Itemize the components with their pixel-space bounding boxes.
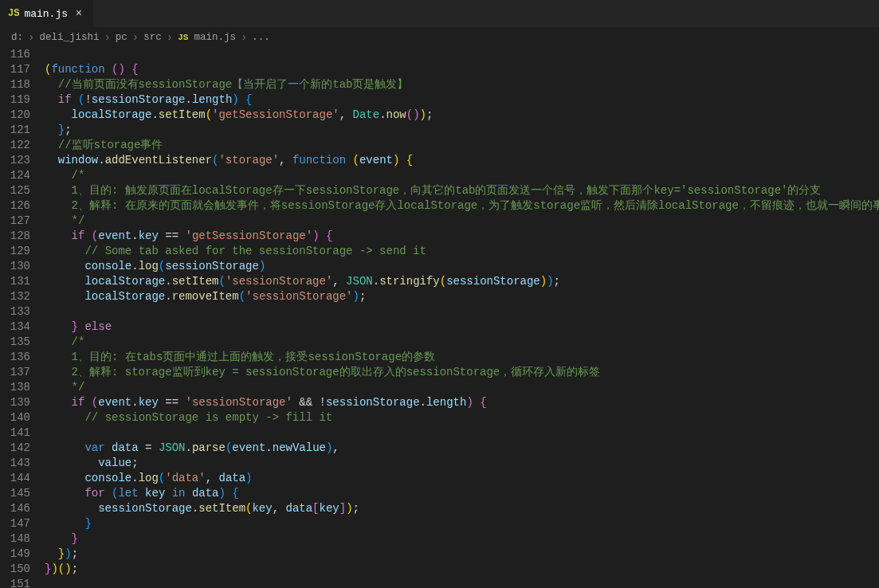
tab-main-js[interactable]: JS main.js × xyxy=(0,0,94,27)
code-line xyxy=(45,577,879,588)
line-number: 139 xyxy=(0,395,30,410)
code-line: 2、解释: storage监听到key = sessionStorage的取出存… xyxy=(45,365,879,380)
line-number: 138 xyxy=(0,380,30,395)
code-line: localStorage.setItem('getSessionStorage'… xyxy=(45,108,879,123)
js-file-icon: JS xyxy=(178,33,188,42)
tab-label: main.js xyxy=(24,8,68,20)
line-number: 137 xyxy=(0,365,30,380)
chevron-right-icon: › xyxy=(102,31,112,44)
code-line: (function () { xyxy=(45,62,879,77)
line-number: 125 xyxy=(0,183,30,198)
line-number: 119 xyxy=(0,92,30,108)
chevron-right-icon: › xyxy=(165,31,175,44)
line-number-gutter: 1161171181191201211221231241251261271281… xyxy=(0,47,45,588)
line-number: 145 xyxy=(0,486,30,501)
close-icon[interactable]: × xyxy=(73,7,85,20)
line-number: 143 xyxy=(0,456,30,471)
line-number: 129 xyxy=(0,244,30,259)
code-line: sessionStorage.setItem(key, data[key]); xyxy=(45,501,879,516)
js-file-icon: JS xyxy=(8,8,19,19)
breadcrumb: d: › deli_jishi › pc › src › JSmain.js ›… xyxy=(0,28,879,47)
code-line: }); xyxy=(45,547,879,562)
line-number: 121 xyxy=(0,123,30,138)
line-number: 130 xyxy=(0,259,30,274)
code-line: */ xyxy=(45,380,879,395)
line-number: 118 xyxy=(0,77,30,92)
line-number: 150 xyxy=(0,562,30,577)
code-line: */ xyxy=(45,214,879,229)
code-line: /* xyxy=(45,335,879,350)
code-line: localStorage.removeItem('sessionStorage'… xyxy=(45,289,879,304)
code-line: } xyxy=(45,516,879,531)
code-line: //当前页面没有sessionStorage【当开启了一个新的tab页是触发】 xyxy=(45,77,879,92)
line-number: 127 xyxy=(0,214,30,229)
code-line: value; xyxy=(45,456,879,471)
code-line: for (let key in data) { xyxy=(45,486,879,501)
code-line: console.log('data', data) xyxy=(45,471,879,486)
code-line: //监听storage事件 xyxy=(45,138,879,153)
line-number: 128 xyxy=(0,229,30,244)
line-number: 140 xyxy=(0,410,30,425)
line-number: 117 xyxy=(0,62,30,77)
code-line: var data = JSON.parse(event.newValue), xyxy=(45,441,879,456)
line-number: 151 xyxy=(0,577,30,588)
chevron-right-icon: › xyxy=(131,31,140,44)
code-editor[interactable]: 1161171181191201211221231241251261271281… xyxy=(0,47,879,588)
breadcrumb-item[interactable]: deli_jishi xyxy=(39,32,99,43)
line-number: 144 xyxy=(0,471,30,486)
line-number: 136 xyxy=(0,350,30,365)
line-number: 148 xyxy=(0,531,30,547)
line-number: 123 xyxy=(0,153,30,168)
line-number: 142 xyxy=(0,441,30,456)
code-line: 1、目的: 在tabs页面中通过上面的触发，接受sessionStorage的参… xyxy=(45,350,879,365)
line-number: 132 xyxy=(0,289,30,304)
breadcrumb-item[interactable]: ... xyxy=(252,32,270,43)
code-line: localStorage.setItem('sessionStorage', J… xyxy=(45,274,879,289)
line-number: 131 xyxy=(0,274,30,289)
line-number: 141 xyxy=(0,425,30,441)
line-number: 126 xyxy=(0,198,30,214)
code-line: })(); xyxy=(45,562,879,577)
breadcrumb-item[interactable]: src xyxy=(143,32,162,43)
line-number: 147 xyxy=(0,516,30,531)
code-line: 1、目的: 触发原页面在localStorage存一下sessionStorag… xyxy=(45,183,879,198)
code-line: 2、解释: 在原来的页面就会触发事件，将sessionStorage存入loca… xyxy=(45,198,879,214)
breadcrumb-item[interactable]: pc xyxy=(116,32,128,43)
line-number: 135 xyxy=(0,335,30,350)
code-line: if (event.key == 'sessionStorage' && !se… xyxy=(45,395,879,410)
line-number: 120 xyxy=(0,108,30,123)
code-line: // sessionStorage is empty -> fill it xyxy=(45,410,879,425)
code-line: window.addEventListener('storage', funct… xyxy=(45,153,879,168)
code-line: if (!sessionStorage.length) { xyxy=(45,92,879,108)
line-number: 134 xyxy=(0,319,30,335)
code-line: }; xyxy=(45,123,879,138)
breadcrumb-item[interactable]: d: xyxy=(11,32,23,43)
code-line xyxy=(45,47,879,62)
breadcrumb-item[interactable]: main.js xyxy=(194,32,236,43)
code-area[interactable]: (function () { //当前页面没有sessionStorage【当开… xyxy=(45,47,879,588)
code-line: /* xyxy=(45,168,879,183)
code-line: if (event.key == 'getSessionStorage') { xyxy=(45,229,879,244)
code-line: } xyxy=(45,531,879,547)
line-number: 124 xyxy=(0,168,30,183)
chevron-right-icon: › xyxy=(239,31,249,44)
code-line xyxy=(45,425,879,441)
code-line: // Some tab asked for the sessionStorage… xyxy=(45,244,879,259)
line-number: 133 xyxy=(0,304,30,319)
line-number: 146 xyxy=(0,501,30,516)
code-line: console.log(sessionStorage) xyxy=(45,259,879,274)
line-number: 116 xyxy=(0,47,30,62)
chevron-right-icon: › xyxy=(26,31,36,44)
code-line: } else xyxy=(45,319,879,335)
line-number: 149 xyxy=(0,547,30,562)
line-number: 122 xyxy=(0,138,30,153)
code-line xyxy=(45,304,879,319)
tab-bar: JS main.js × xyxy=(0,0,879,28)
